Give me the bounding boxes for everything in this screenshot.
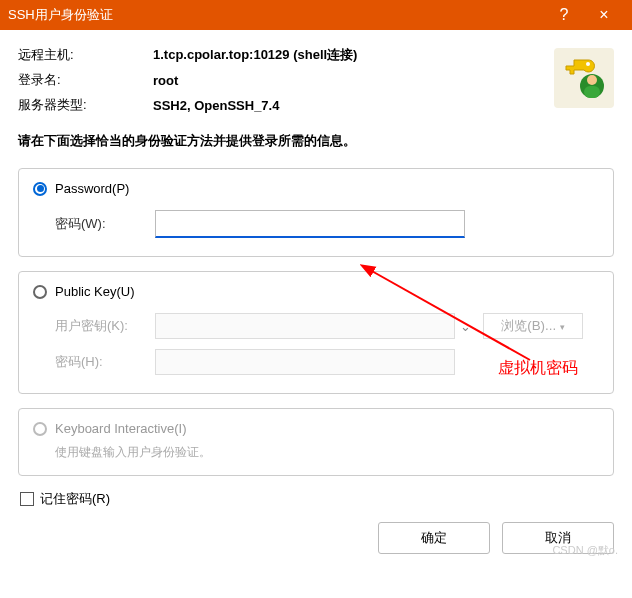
server-type-row: 服务器类型: SSH2, OpenSSH_7.4 (18, 96, 614, 114)
pubkey-password-input (155, 349, 455, 375)
user-key-dropdown (155, 313, 455, 339)
checkbox-icon (20, 492, 34, 506)
svg-point-4 (586, 62, 590, 66)
password-input[interactable] (155, 210, 465, 238)
password-field-row: 密码(W): (55, 210, 599, 238)
remote-host-row: 远程主机: 1.tcp.cpolar.top:10129 (shell连接) (18, 46, 614, 64)
window-title: SSH用户身份验证 (8, 6, 544, 24)
remember-password-checkbox[interactable]: 记住密码(R) (20, 490, 614, 508)
svg-rect-3 (584, 86, 600, 98)
keyboard-sub-text: 使用键盘输入用户身份验证。 (55, 444, 599, 461)
dialog-actions: 确定 取消 (0, 522, 632, 568)
user-key-row: 用户密钥(K): ⌄ 浏览(B)... ▾ (55, 313, 599, 339)
server-type-value: SSH2, OpenSSH_7.4 (153, 98, 279, 113)
dialog-content: 远程主机: 1.tcp.cpolar.top:10129 (shell连接) 登… (0, 30, 632, 508)
annotation-text: 虚拟机密码 (498, 358, 578, 379)
keyboard-group: Keyboard Interactive(I) 使用键盘输入用户身份验证。 (18, 408, 614, 476)
login-name-value: root (153, 73, 178, 88)
help-button[interactable]: ? (544, 6, 584, 24)
radio-disabled-icon (33, 422, 47, 436)
keyboard-radio: Keyboard Interactive(I) (33, 421, 599, 436)
user-key-label: 用户密钥(K): (55, 317, 155, 335)
server-type-label: 服务器类型: (18, 96, 153, 114)
keyboard-radio-label: Keyboard Interactive(I) (55, 421, 187, 436)
remote-host-label: 远程主机: (18, 46, 153, 64)
watermark: CSDN @默o. (552, 543, 618, 558)
close-button[interactable]: × (584, 6, 624, 24)
browse-button: 浏览(B)... ▾ (483, 313, 583, 339)
password-group: Password(P) 密码(W): (18, 168, 614, 257)
remote-host-value: 1.tcp.cpolar.top:10129 (shell连接) (153, 46, 357, 64)
login-name-row: 登录名: root (18, 71, 614, 89)
pubkey-radio[interactable]: Public Key(U) (33, 284, 599, 299)
password-radio-label: Password(P) (55, 181, 129, 196)
login-name-label: 登录名: (18, 71, 153, 89)
radio-selected-icon (33, 182, 47, 196)
pubkey-radio-label: Public Key(U) (55, 284, 134, 299)
svg-point-2 (587, 75, 597, 85)
pubkey-password-label: 密码(H): (55, 353, 155, 371)
instruction-text: 请在下面选择恰当的身份验证方法并提供登录所需的信息。 (18, 132, 614, 150)
titlebar: SSH用户身份验证 ? × (0, 0, 632, 30)
chevron-down-icon: ⌄ (455, 319, 475, 334)
password-radio[interactable]: Password(P) (33, 181, 599, 196)
remember-password-label: 记住密码(R) (40, 490, 110, 508)
radio-unselected-icon (33, 285, 47, 299)
key-user-icon (554, 48, 614, 108)
password-field-label: 密码(W): (55, 215, 155, 233)
ok-button[interactable]: 确定 (378, 522, 490, 554)
